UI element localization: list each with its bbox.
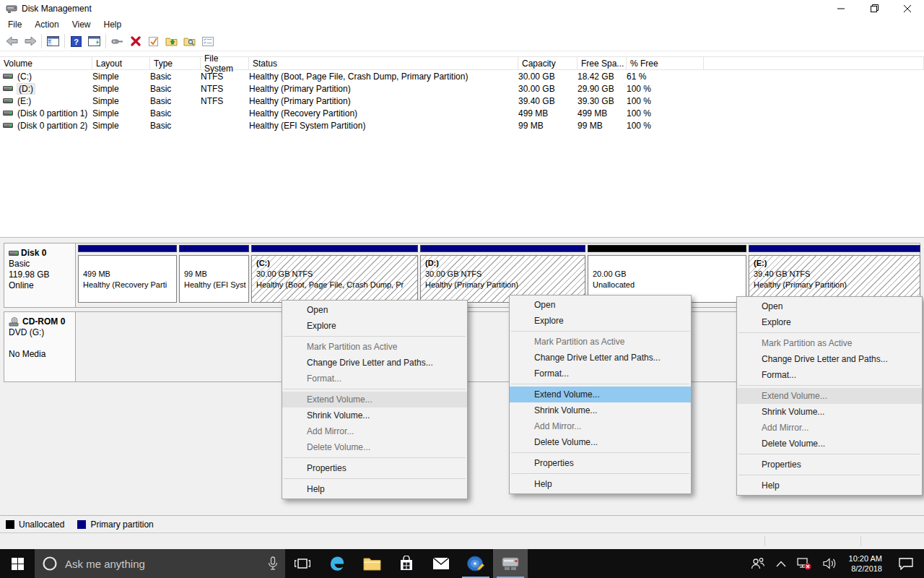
partition-recovery[interactable]: 499 MB Healthy (Recovery Parti: [78, 245, 177, 306]
search-input[interactable]: [65, 558, 261, 570]
menu-file[interactable]: File: [1, 18, 28, 31]
menu-item-change-drive-letter[interactable]: Change Drive Letter and Paths...: [282, 355, 467, 371]
menu-item-open[interactable]: Open: [282, 302, 467, 318]
menu-item-help[interactable]: Help: [510, 476, 691, 492]
taskbar-app-disk-utility[interactable]: [458, 549, 493, 578]
delete-volume-button[interactable]: [126, 33, 144, 50]
menu-separator: [284, 389, 466, 389]
menu-item-change-drive-letter[interactable]: Change Drive Letter and Paths...: [510, 350, 691, 366]
menu-item-explore[interactable]: Explore: [510, 313, 691, 329]
menu-item-shrink-volume[interactable]: Shrink Volume...: [737, 404, 922, 420]
drive-icon: [3, 86, 13, 91]
help-button[interactable]: ?: [67, 33, 85, 50]
column-header-status[interactable]: Status: [249, 57, 518, 69]
properties-list-button[interactable]: [199, 33, 217, 50]
menu-item-properties[interactable]: Properties: [510, 455, 691, 471]
network-button[interactable]: [791, 549, 817, 578]
menu-item-add-mirror[interactable]: Add Mirror...: [282, 423, 467, 439]
explore-folder-button[interactable]: [180, 33, 199, 50]
taskbar-app-mail[interactable]: [424, 549, 458, 578]
table-row-partition1[interactable]: (Disk 0 partition 1) Simple Basic Health…: [0, 107, 924, 119]
menu-item-extend-volume[interactable]: Extend Volume...: [282, 392, 467, 407]
partition-c[interactable]: (C:) 30.00 GB NTFS Healthy (Boot, Page F…: [251, 245, 418, 306]
disk-0-panel[interactable]: Disk 0 Basic 119.98 GB Online: [4, 243, 76, 307]
column-header-file-system[interactable]: File System: [201, 57, 249, 69]
disk-type: Basic: [9, 259, 72, 269]
restore-button[interactable]: [858, 0, 891, 17]
minimize-button[interactable]: [824, 0, 858, 17]
microphone-icon[interactable]: [268, 556, 278, 571]
menu-item-explore[interactable]: Explore: [282, 318, 467, 334]
taskbar-app-store[interactable]: [389, 549, 424, 578]
menu-item-help[interactable]: Help: [737, 478, 922, 493]
menu-item-extend-volume[interactable]: Extend Volume...: [737, 388, 922, 404]
taskbar-clock[interactable]: 10:20 AM 8/2/2018: [843, 549, 888, 578]
start-button[interactable]: [0, 549, 35, 578]
open-folder-button[interactable]: [162, 33, 180, 50]
mark-active-button[interactable]: [144, 33, 162, 50]
partition-efi[interactable]: 99 MB Healthy (EFI Syst: [179, 245, 249, 306]
close-button[interactable]: [891, 0, 924, 17]
taskbar-app-disk-management[interactable]: [493, 549, 528, 578]
back-button[interactable]: [3, 33, 21, 50]
taskbar-app-file-explorer[interactable]: [354, 549, 389, 578]
menu-item-properties[interactable]: Properties: [282, 460, 467, 476]
menu-item-delete-volume[interactable]: Delete Volume...: [510, 434, 691, 450]
menu-item-shrink-volume[interactable]: Shrink Volume...: [510, 402, 691, 418]
column-header-layout[interactable]: Layout: [92, 57, 150, 69]
cdrom-type: DVD (G:): [9, 327, 72, 338]
console-tree-button[interactable]: [44, 33, 62, 50]
menu-item-delete-volume[interactable]: Delete Volume...: [737, 436, 922, 452]
menu-item-format[interactable]: Format...: [737, 367, 922, 383]
menu-item-add-mirror[interactable]: Add Mirror...: [510, 418, 691, 434]
menu-item-mark-partition-active[interactable]: Mark Partition as Active: [510, 334, 691, 350]
table-row-partition2[interactable]: (Disk 0 partition 2) Simple Basic Health…: [0, 119, 924, 131]
menu-help[interactable]: Help: [97, 18, 128, 31]
volume-button[interactable]: [817, 549, 843, 578]
column-header-type[interactable]: Type: [150, 57, 201, 69]
action-pane-button[interactable]: [85, 33, 103, 50]
column-header-pct-free[interactable]: % Free: [627, 57, 704, 69]
menu-item-mark-partition-active[interactable]: Mark Partition as Active: [282, 339, 467, 355]
menu-item-open[interactable]: Open: [510, 297, 691, 313]
task-view-button[interactable]: [285, 549, 320, 578]
column-header-volume[interactable]: Volume: [0, 57, 92, 69]
volume-list-header: Volume Layout Type File System Status Ca…: [0, 56, 924, 70]
menu-view[interactable]: View: [66, 18, 97, 31]
menu-item-change-drive-letter[interactable]: Change Drive Letter and Paths...: [737, 351, 922, 367]
menu-item-open[interactable]: Open: [737, 298, 922, 314]
action-center-button[interactable]: [888, 549, 924, 578]
partition-size: 39.40 GB NTFS: [754, 269, 920, 280]
cdrom-0-panel[interactable]: CD-ROM 0 DVD (G:) No Media: [4, 312, 76, 381]
menu-item-properties[interactable]: Properties: [737, 457, 922, 473]
tool-button[interactable]: [108, 33, 126, 50]
context-menu-d: Open Explore Mark Partition as Active Ch…: [509, 295, 692, 494]
menu-item-extend-volume[interactable]: Extend Volume...: [510, 387, 691, 402]
table-row-d[interactable]: (D:) Simple Basic NTFS Healthy (Primary …: [0, 82, 924, 95]
svg-text:?: ?: [74, 37, 79, 46]
menu-item-shrink-volume[interactable]: Shrink Volume...: [282, 407, 467, 423]
menu-item-delete-volume[interactable]: Delete Volume...: [282, 439, 467, 455]
partition-size: 30.00 GB NTFS: [425, 269, 585, 280]
taskbar-app-edge[interactable]: [320, 549, 354, 578]
menu-action[interactable]: Action: [28, 18, 65, 31]
partition-health: Healthy (Recovery Parti: [83, 280, 176, 290]
menu-item-mark-partition-active[interactable]: Mark Partition as Active: [737, 335, 922, 351]
column-header-free-space[interactable]: Free Spa...: [578, 57, 627, 69]
column-header-capacity[interactable]: Capacity: [518, 57, 578, 69]
forward-button[interactable]: [21, 33, 39, 50]
menu-item-explore[interactable]: Explore: [737, 314, 922, 330]
table-row-c[interactable]: (C:) Simple Basic NTFS Healthy (Boot, Pa…: [0, 70, 924, 82]
menu-item-format[interactable]: Format...: [282, 371, 467, 387]
menu-item-format[interactable]: Format...: [510, 366, 691, 381]
table-row-e[interactable]: (E:) Simple Basic NTFS Healthy (Primary …: [0, 95, 924, 107]
menu-item-add-mirror[interactable]: Add Mirror...: [737, 420, 922, 436]
title-bar[interactable]: Disk Management: [0, 0, 924, 17]
people-button[interactable]: [745, 549, 771, 578]
cdrom-name: CD-ROM 0: [22, 316, 65, 327]
tray-overflow-button[interactable]: [771, 549, 791, 578]
layout-cell: Simple: [92, 84, 150, 94]
menu-item-help[interactable]: Help: [282, 481, 467, 497]
menu-separator: [738, 385, 920, 386]
cortana-search-box[interactable]: [35, 549, 285, 578]
